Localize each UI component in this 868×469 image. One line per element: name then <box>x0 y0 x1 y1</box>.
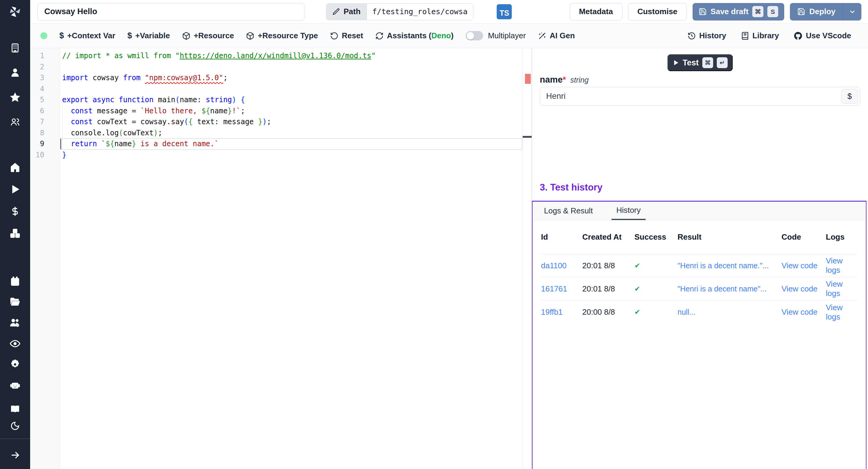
result-link[interactable]: "Henri is a decent name"... <box>678 285 781 293</box>
code-line[interactable]: import cowsay from "npm:cowsay@1.5.0"; <box>62 72 522 84</box>
library-button[interactable]: Library <box>741 31 779 40</box>
sidebar-item-expand[interactable] <box>10 447 20 464</box>
sidebar-item-resources[interactable] <box>10 222 21 244</box>
run-id-link[interactable]: da1100 <box>541 261 582 270</box>
cubes-icon <box>10 228 21 239</box>
sidebar-item-workers[interactable] <box>9 312 21 333</box>
reset-label: Reset <box>342 31 363 40</box>
created-at-value: 20:01 8/8 <box>582 284 634 293</box>
result-link[interactable]: null... <box>678 308 781 316</box>
sidebar-item-dark-mode[interactable] <box>10 417 20 434</box>
sidebar-item-workspace[interactable] <box>10 36 21 60</box>
sidebar-item-runs[interactable] <box>10 178 21 200</box>
reset-button[interactable]: Reset <box>330 31 363 40</box>
sidebar-item-docs[interactable] <box>10 401 20 417</box>
line-number: 2 <box>30 61 44 73</box>
run-id-link[interactable]: 19ffb1 <box>541 307 582 317</box>
book-icon <box>741 32 749 40</box>
code-editor[interactable]: 12345678910 // import * as wmill from "h… <box>30 48 532 469</box>
play-icon <box>673 59 679 66</box>
col-header-logs: Logs <box>826 232 858 242</box>
add-resource-type-button[interactable]: +Resource Type <box>246 31 318 40</box>
arrow-right-icon <box>10 450 20 460</box>
line-number: 8 <box>30 127 44 139</box>
package-icon <box>246 32 254 40</box>
book-icon <box>10 404 20 414</box>
view-code-link[interactable]: View code <box>781 307 826 317</box>
sidebar-item-folders[interactable] <box>9 291 21 312</box>
sidebar-item-home[interactable] <box>10 156 21 178</box>
tab-history[interactable]: History <box>612 201 646 220</box>
code-line[interactable]: export async function main(name: string)… <box>62 94 522 105</box>
argument-name: name <box>540 75 563 84</box>
sidebar-item-ai[interactable] <box>9 375 21 396</box>
code-line[interactable]: console.log(cowText); <box>62 127 522 139</box>
view-code-link[interactable]: View code <box>781 261 826 270</box>
save-draft-button[interactable]: Save draft ⌘ S <box>692 3 784 21</box>
deploy-button[interactable]: Deploy <box>790 3 843 21</box>
ai-gen-button[interactable]: AI Gen <box>538 31 575 40</box>
path-value[interactable]: f/testing_roles/cowsa <box>367 3 473 20</box>
sidebar-item-groups[interactable] <box>10 110 21 134</box>
add-variable-button[interactable]: $ +Variable <box>127 31 170 40</box>
add-variable-label: +Variable <box>135 31 170 40</box>
editor-toolbar: $ +Context Var $ +Variable +Resource +Re… <box>30 24 868 48</box>
home-icon <box>10 162 21 173</box>
run-id-link[interactable]: 161761 <box>541 284 582 293</box>
add-context-var-button[interactable]: $ +Context Var <box>59 31 116 40</box>
view-code-link[interactable]: View code <box>781 284 826 293</box>
argument-input[interactable] <box>540 87 860 106</box>
code-line[interactable]: } <box>62 150 522 161</box>
deploy-label: Deploy <box>809 7 835 16</box>
sidebar-item-settings[interactable] <box>9 354 21 375</box>
code-line[interactable]: return `${name} is a decent name.` <box>62 138 522 150</box>
sidebar-item-schedules[interactable] <box>9 271 21 291</box>
result-link[interactable]: "Henri is a decent name."... <box>678 261 781 270</box>
code-line[interactable] <box>62 84 522 95</box>
view-logs-link[interactable]: View logs <box>826 303 858 322</box>
sidebar-group-admin <box>9 271 21 396</box>
created-at-value: 20:01 8/8 <box>582 261 634 270</box>
deploy-dropdown-button[interactable] <box>843 3 861 21</box>
customise-button[interactable]: Customise <box>628 3 687 21</box>
sidebar-item-favorites[interactable] <box>10 85 21 110</box>
sidebar-group-workspace <box>10 36 21 134</box>
cmd-key-badge: ⌘ <box>752 6 764 17</box>
dollar-icon: $ <box>59 31 64 40</box>
sidebar-group-bottom <box>10 401 20 434</box>
user-gear-icon <box>10 317 21 328</box>
windmill-logo[interactable] <box>0 0 30 24</box>
sidebar-item-variables[interactable] <box>10 200 21 222</box>
table-row: da110020:01 8/8✔"Henri is a decent name.… <box>541 254 858 277</box>
dollar-icon <box>10 206 20 216</box>
add-resource-button[interactable]: +Resource <box>182 31 234 40</box>
sidebar-item-user[interactable] <box>10 60 21 85</box>
argument-label-row: name* string <box>540 75 589 85</box>
view-logs-link[interactable]: View logs <box>826 279 858 298</box>
code-lines[interactable]: // import * as wmill from "https://deno.… <box>60 48 522 469</box>
tab-logs-result[interactable]: Logs & Result <box>543 201 594 220</box>
use-vscode-button[interactable]: Use VScode <box>794 31 851 40</box>
assistants-button[interactable]: Assistants (Deno) <box>375 31 454 40</box>
robot-icon <box>10 380 21 390</box>
view-logs-link[interactable]: View logs <box>826 256 858 275</box>
col-header-success: Success <box>634 232 678 242</box>
code-line[interactable]: const cowText = cowsay.say({ text: messa… <box>62 116 522 127</box>
moon-icon <box>10 421 20 431</box>
test-button[interactable]: Test ⌘ ↵ <box>667 54 733 71</box>
history-button[interactable]: History <box>687 31 726 40</box>
sidebar-divider <box>0 439 30 439</box>
script-title-input[interactable] <box>37 3 304 21</box>
history-icon <box>687 32 696 40</box>
code-line[interactable]: // import * as wmill from "https://deno.… <box>62 50 522 61</box>
path-button[interactable]: Path <box>326 3 367 20</box>
sidebar <box>0 0 30 469</box>
metadata-button[interactable]: Metadata <box>569 3 622 21</box>
sidebar-item-audit-logs[interactable] <box>9 333 21 354</box>
eye-icon <box>9 338 21 349</box>
code-line[interactable] <box>62 61 522 73</box>
col-header-created-at: Created At <box>582 232 634 242</box>
variable-picker-button[interactable]: $ <box>841 89 858 104</box>
code-line[interactable]: const message = `Hello there, ${name}!`; <box>62 105 522 117</box>
multiplayer-toggle[interactable] <box>466 31 483 40</box>
